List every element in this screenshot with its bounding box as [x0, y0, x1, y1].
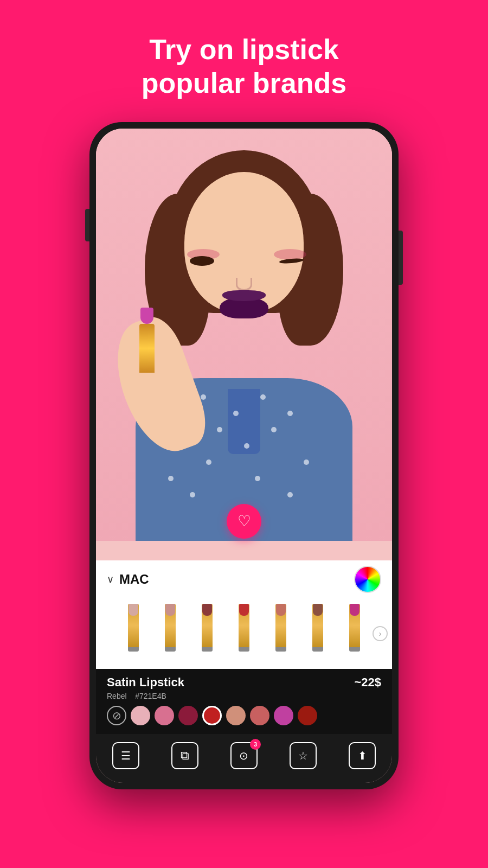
dot	[255, 476, 260, 481]
color-swatch[interactable]	[298, 706, 317, 725]
dot	[271, 427, 277, 432]
lipstick-image	[191, 604, 223, 663]
color-swatch-active[interactable]	[202, 706, 222, 725]
brand-left: ∨ MAC	[107, 572, 149, 587]
lipstick-item[interactable]	[265, 604, 297, 663]
next-arrow-button[interactable]: ›	[373, 626, 388, 641]
color-swatch[interactable]	[226, 706, 246, 725]
lipstick-base	[202, 647, 213, 652]
dot	[201, 394, 206, 400]
dot	[287, 492, 293, 497]
share-icon: ⬆	[358, 749, 367, 762]
lipstick-item[interactable]	[191, 604, 223, 663]
phone-screen: ♡ ∨ MAC	[96, 129, 392, 783]
heart-icon: ♡	[237, 512, 251, 530]
lipstick-tip-color	[350, 604, 359, 616]
dot	[260, 394, 266, 400]
title-line1: Try on lipstick	[149, 34, 339, 65]
heart-button[interactable]: ♡	[227, 504, 261, 539]
lipstick-tip-color	[239, 604, 249, 616]
layers-icon: ⧉	[181, 749, 189, 763]
dot	[206, 459, 211, 465]
lipstick-tip	[140, 308, 153, 324]
color-swatch[interactable]	[155, 706, 174, 725]
dot	[304, 459, 309, 465]
lipstick-image	[154, 604, 187, 663]
lipstick-image	[301, 604, 334, 663]
dot	[287, 411, 293, 416]
no-color-swatch[interactable]: ⊘	[107, 706, 126, 725]
star-icon: ☆	[298, 749, 308, 762]
product-name: Satin Lipstick	[107, 675, 184, 690]
camera-icon: ⊙	[239, 749, 248, 762]
favorite-button[interactable]: ☆	[290, 742, 317, 769]
lipstick-image	[228, 604, 260, 663]
brand-name[interactable]: MAC	[119, 572, 149, 587]
bottom-nav: ☰ ⧉ ⊙ 3 ☆ ⬆	[96, 734, 392, 783]
phone-mockup: ♡ ∨ MAC	[89, 122, 399, 806]
lipstick-image	[265, 604, 297, 663]
photo-area	[96, 129, 392, 541]
color-wheel-icon[interactable]	[354, 566, 381, 593]
product-bar: Satin Lipstick ~22$ Rebel #721E4B ⊘	[96, 669, 392, 734]
product-name-row: Satin Lipstick ~22$	[107, 675, 381, 690]
lipstick-base	[165, 647, 176, 652]
layers-button[interactable]: ⧉	[171, 742, 198, 769]
chevron-down-icon[interactable]: ∨	[107, 573, 114, 585]
lipstick-base	[239, 647, 249, 652]
eye-right	[190, 256, 214, 266]
product-subtitle-text: Rebel	[107, 692, 127, 700]
product-price: ~22$	[354, 675, 381, 690]
lipstick-item[interactable]	[301, 604, 334, 663]
lipstick-item[interactable]	[117, 604, 150, 663]
bottom-panel: ∨ MAC	[96, 560, 392, 783]
lipstick-base	[349, 647, 360, 652]
lipstick-tip-color	[129, 604, 138, 616]
camera-button[interactable]: ⊙ 3	[230, 742, 258, 769]
lipstick-image	[338, 604, 371, 663]
camera-badge: 3	[250, 739, 261, 750]
eye-shadow-left	[274, 249, 306, 260]
dot	[190, 492, 195, 497]
lipstick-image	[117, 604, 150, 663]
product-subtitle: Rebel #721E4B	[107, 692, 381, 700]
lipstick-swatches: ›	[96, 598, 392, 669]
lipstick-tube	[139, 324, 155, 373]
page-title: Try on lipstick popular brands	[142, 33, 346, 100]
menu-icon: ☰	[121, 749, 131, 762]
phone-outer: ♡ ∨ MAC	[89, 122, 399, 789]
color-swatch[interactable]	[178, 706, 198, 725]
dot	[168, 476, 174, 481]
lipstick-tip-color	[276, 604, 286, 616]
lipstick-item[interactable]	[338, 604, 371, 663]
lipstick-tip-color	[165, 604, 175, 616]
dot	[233, 411, 239, 416]
brand-bar: ∨ MAC	[96, 560, 392, 598]
share-button[interactable]: ⬆	[349, 742, 376, 769]
color-swatch[interactable]	[131, 706, 150, 725]
lipstick-tip-color	[313, 604, 323, 616]
dot	[217, 427, 222, 432]
product-color-code: #721E4B	[135, 692, 166, 700]
nose	[236, 278, 252, 291]
lipstick-base	[128, 647, 139, 652]
face	[184, 172, 304, 313]
dot	[244, 443, 249, 449]
lips	[220, 297, 268, 318]
lipstick-base	[312, 647, 323, 652]
lipstick-tip-color	[202, 604, 212, 616]
lipstick-base	[275, 647, 286, 652]
lipstick-item[interactable]	[228, 604, 260, 663]
color-swatch[interactable]	[250, 706, 269, 725]
title-line2: popular brands	[142, 67, 346, 99]
lipstick-item[interactable]	[154, 604, 187, 663]
color-swatches-row: ⊘	[107, 706, 381, 725]
color-swatch[interactable]	[274, 706, 293, 725]
menu-button[interactable]: ☰	[112, 742, 139, 769]
